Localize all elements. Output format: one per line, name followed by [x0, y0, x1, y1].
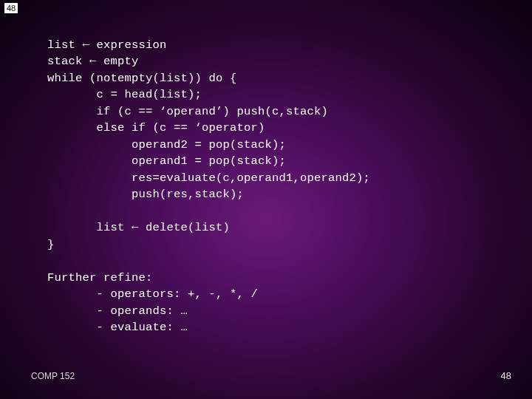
code-line: res=evaluate(c,operand1,operand2);	[47, 171, 370, 185]
code-line: push(res,stack);	[47, 188, 244, 201]
code-line: while (notempty(list)) do {	[47, 72, 237, 85]
code-line: operand2 = pop(stack);	[47, 138, 286, 151]
code-line: Further refine:	[47, 271, 153, 284]
footer-course-label: COMP 152	[31, 371, 75, 381]
code-line: else if (c == ‘operator)	[47, 121, 265, 134]
code-line: c = head(list);	[47, 88, 202, 101]
code-line: - operators: +, -, *, /	[47, 287, 258, 301]
code-line: if (c == ‘operand’) push(c,stack)	[47, 105, 328, 118]
code-block: list ← expression stack ← empty while (n…	[47, 37, 510, 335]
code-line: }	[47, 238, 55, 251]
footer-slide-number: 48	[501, 370, 511, 381]
code-line: operand1 = pop(stack);	[47, 154, 286, 168]
code-line: - evaluate: …	[47, 321, 188, 334]
code-line: stack ← empty	[47, 55, 139, 68]
code-line: list ← expression	[47, 38, 167, 52]
code-line: list ← delete(list)	[47, 221, 230, 234]
code-line: - operands: …	[47, 304, 188, 318]
slide-number-top: 48	[4, 3, 18, 13]
